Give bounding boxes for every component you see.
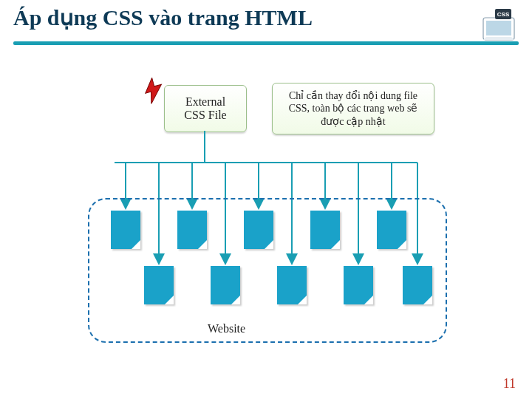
html-page-icon (310, 211, 340, 249)
slide: Áp dụng CSS vào trang HTML CSS External … (0, 0, 532, 399)
html-page-icon (177, 211, 207, 249)
html-page-icon (111, 211, 140, 249)
title-underline (13, 41, 519, 45)
note-box: Chỉ cần thay đổi nội dung file CSS, toàn… (272, 83, 434, 134)
html-page-icon (144, 266, 174, 304)
css-icon: CSS (482, 7, 516, 41)
page-number: 11 (503, 376, 516, 392)
html-page-icon (377, 211, 406, 249)
external-css-box: External CSS File (164, 85, 247, 132)
html-page-icon (211, 266, 240, 304)
html-page-icon (403, 266, 432, 304)
html-page-icon (244, 211, 273, 249)
website-label: Website (203, 322, 250, 335)
html-page-icon (344, 266, 373, 304)
html-page-icon (277, 266, 307, 304)
note-text: Chỉ cần thay đổi nội dung file CSS, toàn… (279, 89, 428, 129)
svg-text:CSS: CSS (497, 11, 510, 18)
page-title: Áp dụng CSS vào trang HTML (13, 4, 313, 30)
external-css-label: External CSS File (184, 95, 226, 122)
svg-rect-1 (486, 21, 511, 35)
